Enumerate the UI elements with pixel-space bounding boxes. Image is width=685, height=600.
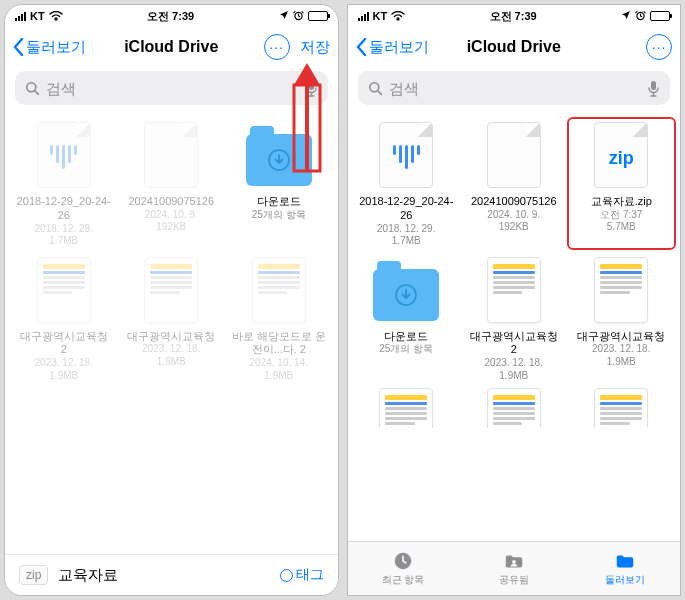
tab-shared[interactable]: 공유됨 xyxy=(458,542,569,595)
carrier-label: KT xyxy=(373,10,388,22)
wifi-icon xyxy=(391,11,405,21)
file-date: 2023. 12. 18. xyxy=(35,357,93,370)
file-meta: 25개의 항목 xyxy=(379,343,433,356)
tag-icon xyxy=(280,569,293,582)
status-time: 오전 7:39 xyxy=(147,9,194,24)
file-size: 1.9MB xyxy=(607,356,636,369)
doc-file-icon xyxy=(594,257,648,323)
tab-bar: 최근 항목 공유됨 둘러보기 xyxy=(348,541,681,595)
save-button[interactable]: 저장 xyxy=(300,38,330,57)
search-input[interactable] xyxy=(389,80,642,97)
file-name: 대구광역시교육청 xyxy=(127,330,215,344)
file-item[interactable]: 바로 해당모드로 운전이...다. 2 2024. 10. 14. 1.9MB xyxy=(226,254,332,383)
file-name: 20241009075126 xyxy=(471,195,557,209)
tag-button[interactable]: 태그 xyxy=(280,566,324,584)
doc-file-icon xyxy=(487,388,541,428)
file-date: 2024. 10. 9. xyxy=(487,209,540,222)
back-button[interactable]: 둘러보기 xyxy=(13,38,86,57)
back-button[interactable]: 둘러보기 xyxy=(356,38,429,57)
file-name: 대구광역시교육청 xyxy=(577,330,665,344)
tab-label: 둘러보기 xyxy=(605,574,645,587)
mic-icon[interactable] xyxy=(305,80,318,97)
file-size: 1.7MB xyxy=(392,235,421,248)
back-label: 둘러보기 xyxy=(369,38,429,57)
folder-icon xyxy=(614,550,636,572)
file-item[interactable]: 20241009075126 2024. 10. 9. 192KB xyxy=(461,119,567,248)
file-item[interactable]: 대구광역시교육청 2 2023. 12. 18. 1.9MB xyxy=(461,254,567,383)
file-item[interactable]: 대구광역시교육청 2023. 12. 18. 1.9MB xyxy=(119,254,225,383)
file-date: 2018. 12. 29. xyxy=(377,223,435,236)
search-field[interactable] xyxy=(358,71,671,105)
tab-browse[interactable]: 둘러보기 xyxy=(569,542,680,595)
file-size: 1.9MB xyxy=(499,370,528,383)
filename-field[interactable]: 교육자료 xyxy=(58,566,269,585)
search-input[interactable] xyxy=(46,80,299,97)
zip-file-icon: zip xyxy=(594,122,648,188)
more-button[interactable]: ··· xyxy=(264,34,290,60)
file-date: 2024. 10. 14. xyxy=(250,357,308,370)
file-item[interactable] xyxy=(354,388,460,428)
tab-label: 공유됨 xyxy=(499,574,529,587)
doc-file-icon xyxy=(487,257,541,323)
search-field[interactable] xyxy=(15,71,328,105)
search-icon xyxy=(25,81,40,96)
signal-icon xyxy=(358,11,369,21)
file-meta: 25개의 항목 xyxy=(252,209,306,222)
wifi-icon xyxy=(49,11,63,21)
file-size: 192KB xyxy=(499,221,529,234)
mic-icon[interactable] xyxy=(647,80,660,97)
locator-icon xyxy=(621,10,631,22)
svg-point-10 xyxy=(512,560,516,564)
tab-recent[interactable]: 최근 항목 xyxy=(348,542,459,595)
search-icon xyxy=(368,81,383,96)
file-item[interactable]: 20241009075126 2024. 10. 9. 192KB xyxy=(119,119,225,248)
carrier-label: KT xyxy=(30,10,45,22)
more-icon: ··· xyxy=(269,40,284,54)
chevron-left-icon xyxy=(13,38,24,56)
file-item[interactable]: 2018-12-29_20-24-26 2018. 12. 29. 1.7MB xyxy=(11,119,117,248)
file-name: 2018-12-29_20-24-26 xyxy=(16,195,112,223)
chevron-left-icon xyxy=(356,38,367,56)
file-size: 1.7MB xyxy=(49,235,78,248)
back-label: 둘러보기 xyxy=(26,38,86,57)
more-button[interactable]: ··· xyxy=(646,34,672,60)
file-icon xyxy=(144,122,198,188)
phone-left: KT 오전 7:39 둘러보기 iCloud Drive ··· 저장 xyxy=(4,4,339,596)
filetype-badge: zip xyxy=(19,565,48,585)
file-item[interactable]: zip 교육자료.zip 오전 7:37 5.7MB xyxy=(569,119,675,248)
file-icon xyxy=(487,122,541,188)
doc-file-icon xyxy=(144,257,198,323)
filetype-label: zip xyxy=(26,568,41,582)
file-grid[interactable]: 2018-12-29_20-24-26 2018. 12. 29. 1.7MB … xyxy=(5,113,338,554)
doc-file-icon xyxy=(37,257,91,323)
file-name: 대구광역시교육청 2 xyxy=(466,330,562,358)
file-name: 다운로드 xyxy=(257,195,301,209)
file-item[interactable] xyxy=(461,388,567,428)
locator-icon xyxy=(279,10,289,22)
file-item[interactable]: 대구광역시교육청 2023. 12. 18. 1.9MB xyxy=(569,254,675,383)
status-bar: KT 오전 7:39 xyxy=(5,5,338,27)
nav-bar: 둘러보기 iCloud Drive ··· xyxy=(348,27,681,67)
audio-file-icon xyxy=(37,122,91,188)
battery-icon xyxy=(308,11,328,21)
file-date: 2024. 10. 9. xyxy=(145,209,198,222)
doc-file-icon xyxy=(379,388,433,428)
file-name: 20241009075126 xyxy=(128,195,214,209)
filename-bar: zip 교육자료 태그 xyxy=(5,554,338,595)
file-size: 1.9MB xyxy=(264,370,293,383)
file-grid[interactable]: 2018-12-29_20-24-26 2018. 12. 29. 1.7MB … xyxy=(348,113,681,541)
file-item[interactable]: 대구광역시교육청 2 2023. 12. 18. 1.9MB xyxy=(11,254,117,383)
file-name: 교육자료.zip xyxy=(591,195,652,209)
file-name: 2018-12-29_20-24-26 xyxy=(358,195,454,223)
status-bar: KT 오전 7:39 xyxy=(348,5,681,27)
file-item[interactable] xyxy=(569,388,675,428)
file-item[interactable]: 2018-12-29_20-24-26 2018. 12. 29. 1.7MB xyxy=(354,119,460,248)
file-name: 대구광역시교육청 2 xyxy=(16,330,112,358)
file-date: 2023. 12. 18. xyxy=(142,343,200,356)
clock-icon xyxy=(392,550,414,572)
file-item[interactable]: 다운로드 25개의 항목 xyxy=(354,254,460,383)
alarm-icon xyxy=(635,10,646,23)
file-item[interactable]: 다운로드 25개의 항목 xyxy=(226,119,332,248)
alarm-icon xyxy=(293,10,304,23)
signal-icon xyxy=(15,11,26,21)
